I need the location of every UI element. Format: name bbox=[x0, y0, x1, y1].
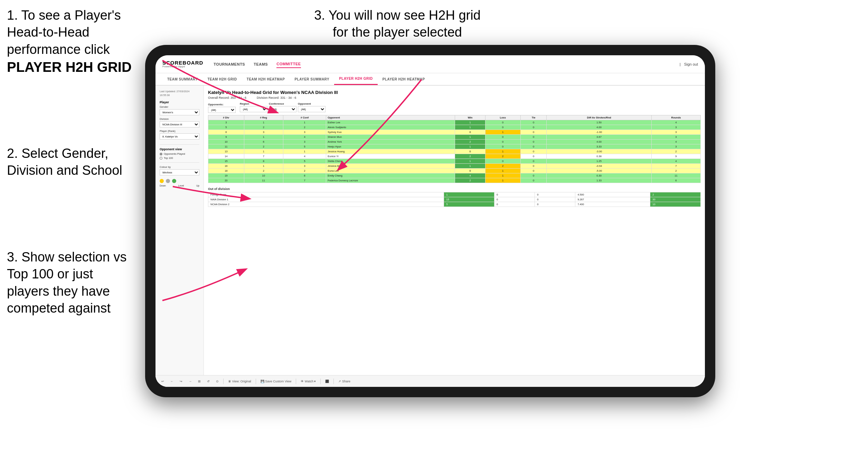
toolbar-share[interactable]: ↗ Share bbox=[337, 379, 352, 384]
out-div-table: Foreign Team 1 0 0 4.500 2 NAIA Division… bbox=[208, 192, 701, 207]
overall-record-value: 353 - 34 - 6 bbox=[230, 96, 246, 99]
th-reg: # Reg bbox=[244, 115, 283, 120]
sidebar-divider-1 bbox=[160, 144, 199, 145]
radio-dot-opponents bbox=[160, 153, 162, 155]
radio-label-top100: Top 100 bbox=[164, 156, 173, 160]
colour-by-select[interactable]: Win/loss bbox=[160, 169, 199, 175]
colour-legend-circles bbox=[160, 179, 199, 183]
toolbar-forward[interactable]: → bbox=[187, 379, 194, 384]
colour-by-label: Colour by bbox=[160, 165, 199, 169]
th-tie: Tie bbox=[520, 115, 547, 120]
colour-up-label: Up bbox=[196, 184, 199, 187]
division-record: Division Record: 331 - 34 - 6 bbox=[257, 96, 296, 99]
nav-tournaments[interactable]: TOURNAMENTS bbox=[214, 61, 245, 68]
sign-out-link[interactable]: Sign out bbox=[684, 62, 698, 66]
table-row: 3 1 1 Esther Lee 1 0 0 1.50 4 bbox=[208, 120, 701, 125]
toolbar-sep-1 bbox=[223, 379, 224, 384]
filter-conference-label: Conference bbox=[269, 102, 296, 105]
toolbar-watch[interactable]: 👁 Watch ▾ bbox=[299, 379, 318, 384]
nav-teams[interactable]: TEAMS bbox=[254, 61, 268, 68]
out-div-row: NAIA Division 1 15 0 0 9.267 30 bbox=[208, 197, 701, 202]
filter-opponent-select[interactable]: (All) bbox=[298, 106, 326, 112]
toolbar-back[interactable]: ← bbox=[169, 379, 175, 384]
out-of-division: Out of division Foreign Team 1 0 0 4.500… bbox=[208, 187, 701, 207]
app-logo: SCOREBOARD Powered by clippd bbox=[162, 60, 203, 68]
sub-nav-player-summary[interactable]: PLAYER SUMMARY bbox=[290, 73, 334, 85]
sub-navigation: TEAM SUMMARY TEAM H2H GRID TEAM H2H HEAT… bbox=[155, 73, 705, 86]
overall-record: Overall Record: 353 - 34 - 6 bbox=[208, 96, 246, 99]
colour-section: Colour by Win/loss Down Level Up bbox=[160, 165, 199, 187]
filter-opponents-select[interactable]: (All) bbox=[208, 107, 236, 113]
toolbar-sep-5 bbox=[333, 379, 334, 384]
radio-label-opponents: Opponents Played bbox=[164, 152, 185, 155]
step1-text: 1. To see a Player's Head-to-Head perfor… bbox=[7, 8, 121, 57]
filter-region: Region (All) bbox=[240, 102, 267, 112]
division-record-value: 331 - 34 - 6 bbox=[280, 96, 296, 99]
step3-right-text: 3. You will now see H2H grid for the pla… bbox=[314, 8, 481, 39]
colour-down-label: Down bbox=[160, 184, 166, 187]
toolbar-refresh[interactable]: ↺ bbox=[205, 379, 211, 384]
table-row: 11 2 5 Heeju Hyun 1 0 0 3.33 3 bbox=[208, 144, 701, 149]
sidebar-player-rank-label: Player (Rank) bbox=[160, 130, 199, 133]
sidebar-gender-label: Gender bbox=[160, 105, 199, 108]
data-area: Katelyn Vo Head-to-Head Grid for Women's… bbox=[204, 86, 705, 387]
step2-text: 2. Select Gender, Division and School bbox=[7, 146, 122, 178]
instruction-step3-right: 3. You will now see H2H grid for the pla… bbox=[311, 7, 484, 41]
filter-opponents-label: Opponents: bbox=[208, 103, 236, 106]
colour-level bbox=[166, 179, 170, 183]
toolbar-redo[interactable]: ↪ bbox=[178, 379, 184, 384]
filter-region-select[interactable]: (All) bbox=[240, 106, 267, 112]
logo-main: SCOREBOARD bbox=[162, 60, 203, 65]
overall-record-label: Overall Record: bbox=[208, 96, 230, 99]
toolbar-view-original[interactable]: 🖥 View: Original bbox=[226, 379, 253, 384]
th-opponent: Opponent bbox=[326, 115, 455, 120]
toolbar-sep-2 bbox=[256, 379, 256, 384]
out-of-division-title: Out of division bbox=[208, 187, 701, 191]
division-select[interactable]: NCAA Division III NCAA Division I NCAA D… bbox=[160, 121, 199, 127]
table-row: 13 1 1 Jessica Huang 0 1 0 -3.00 2 bbox=[208, 149, 701, 154]
table-row: 9 1 4 Sharon Mun 1 0 0 3.67 3 bbox=[208, 135, 701, 140]
toolbar-clock[interactable]: ⊙ bbox=[214, 379, 220, 384]
table-row: 18 2 2 Euna Lee 0 1 0 -5.00 2 bbox=[208, 169, 701, 173]
sub-nav-team-summary[interactable]: TEAM SUMMARY bbox=[162, 73, 202, 85]
filter-conference-select[interactable]: (All) bbox=[269, 106, 296, 112]
logo-sub: Powered by clippd bbox=[162, 65, 203, 68]
table-row: 19 10 6 Emily Chang 4 1 0 0.30 11 bbox=[208, 173, 701, 178]
table-row: 16 1 3 Jessica Mason 1 2 0 -0.94 7 bbox=[208, 164, 701, 169]
sidebar-player-title: Player bbox=[160, 101, 199, 104]
th-diff: Diff Av Strokes/Rnd bbox=[547, 115, 651, 120]
nav-committee[interactable]: COMMITTEE bbox=[276, 60, 301, 68]
filter-opponent-label: Opponent bbox=[298, 102, 326, 105]
main-nav: TOURNAMENTS TEAMS COMMITTEE bbox=[214, 60, 669, 68]
h2h-table-wrapper: # Div # Reg # Conf Opponent Win Loss Tie… bbox=[208, 115, 701, 183]
toolbar-save-custom[interactable]: 💾 Save Custom View bbox=[259, 379, 293, 384]
out-div-row: Foreign Team 1 0 0 4.500 2 bbox=[208, 192, 701, 197]
sub-nav-team-heatmap[interactable]: TEAM H2H HEATMAP bbox=[242, 73, 290, 85]
toolbar-export[interactable]: ⬛ bbox=[323, 379, 331, 384]
colour-down bbox=[160, 179, 164, 183]
sub-nav-player-h2h[interactable]: PLAYER H2H GRID bbox=[334, 73, 378, 85]
radio-opponents-played[interactable]: Opponents Played bbox=[160, 152, 199, 155]
tablet-screen: SCOREBOARD Powered by clippd TOURNAMENTS… bbox=[155, 55, 705, 387]
player-rank-select[interactable]: 8. Katelyn Vo bbox=[160, 133, 199, 140]
sub-nav-player-heatmap[interactable]: PLAYER H2H HEATMAP bbox=[378, 73, 430, 85]
opponent-view-title: Opponent view bbox=[160, 147, 199, 151]
filter-region-group: Region (All) Conference (All) bbox=[240, 102, 326, 113]
radio-dot-top100 bbox=[160, 157, 162, 160]
gender-select[interactable]: Women's Men's bbox=[160, 109, 199, 115]
toolbar-undo[interactable]: ↩ bbox=[160, 379, 166, 384]
radio-top100[interactable]: Top 100 bbox=[160, 156, 199, 160]
toolbar-grid[interactable]: ⊞ bbox=[196, 379, 202, 384]
table-row: 20 11 7 Federica Domecq Lacroze 2 1 0 1.… bbox=[208, 178, 701, 183]
data-records: Overall Record: 353 - 34 - 6 Division Re… bbox=[208, 96, 701, 99]
division-record-label: Division Record: bbox=[257, 96, 280, 99]
filters-row: Opponents: (All) Region (All) bbox=[208, 102, 701, 113]
th-rounds: Rounds bbox=[651, 115, 700, 120]
table-row: 6 3 3 Sydney Kuo 0 1 0 -1.00 3 bbox=[208, 130, 701, 135]
filter-region-label: Region bbox=[240, 102, 267, 105]
instruction-step2: 2. Select Gender, Division and School bbox=[7, 145, 138, 179]
filter-group-opponents: Opponents: (All) bbox=[208, 103, 236, 113]
sub-nav-team-h2h[interactable]: TEAM H2H GRID bbox=[202, 73, 242, 85]
table-row: 5 2 2 Alexis Sudjianto 1 0 0 4.00 3 bbox=[208, 125, 701, 130]
sidebar-divider-2 bbox=[160, 162, 199, 163]
